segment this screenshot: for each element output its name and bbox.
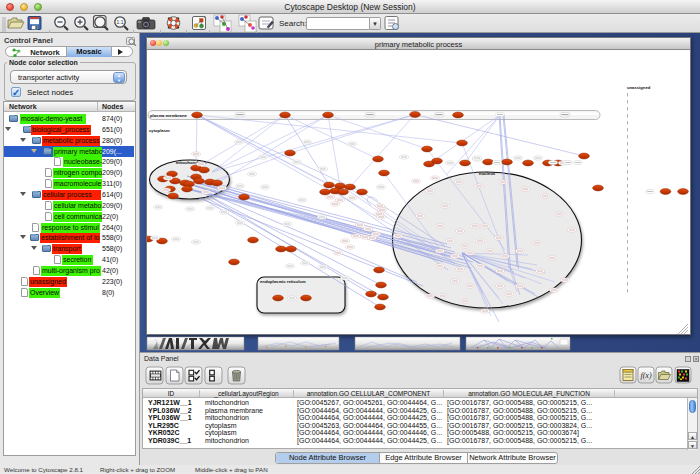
svg-text:cytoplasm: cytoplasm <box>149 128 170 133</box>
svg-text:endoplasmic reticulum: endoplasmic reticulum <box>260 279 306 284</box>
svg-text:plasma membrane: plasma membrane <box>150 113 187 118</box>
svg-text:nucleus: nucleus <box>479 171 496 176</box>
svg-text:unassigned: unassigned <box>627 85 651 90</box>
svg-text:f(x): f(x) <box>640 371 651 380</box>
svg-text:1:1: 1:1 <box>117 19 124 25</box>
